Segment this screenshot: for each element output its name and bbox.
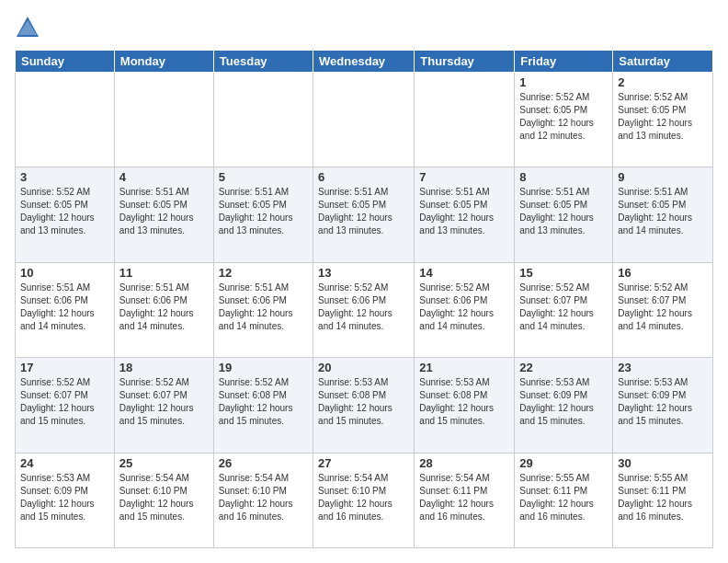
calendar-day-9: 9Sunrise: 5:51 AM Sunset: 6:05 PM Daylig… bbox=[613, 167, 713, 262]
calendar-day-21: 21Sunrise: 5:53 AM Sunset: 6:08 PM Dayli… bbox=[415, 358, 515, 453]
day-number: 15 bbox=[519, 266, 608, 280]
calendar-day-8: 8Sunrise: 5:51 AM Sunset: 6:05 PM Daylig… bbox=[515, 167, 613, 262]
calendar-day-16: 16Sunrise: 5:52 AM Sunset: 6:07 PM Dayli… bbox=[613, 262, 713, 357]
day-info: Sunrise: 5:55 AM Sunset: 6:11 PM Dayligh… bbox=[618, 472, 708, 523]
calendar-day-19: 19Sunrise: 5:52 AM Sunset: 6:08 PM Dayli… bbox=[213, 358, 313, 453]
empty-cell bbox=[415, 73, 515, 167]
day-number: 23 bbox=[618, 361, 708, 374]
calendar-day-27: 27Sunrise: 5:54 AM Sunset: 6:10 PM Dayli… bbox=[313, 453, 415, 547]
day-of-week-wednesday: Wednesday bbox=[313, 51, 415, 73]
day-info: Sunrise: 5:52 AM Sunset: 6:07 PM Dayligh… bbox=[119, 376, 209, 428]
day-number: 24 bbox=[20, 456, 109, 470]
day-info: Sunrise: 5:54 AM Sunset: 6:10 PM Dayligh… bbox=[119, 472, 209, 523]
day-info: Sunrise: 5:53 AM Sunset: 6:08 PM Dayligh… bbox=[419, 376, 509, 428]
empty-cell bbox=[16, 73, 115, 167]
day-number: 14 bbox=[419, 266, 509, 280]
day-info: Sunrise: 5:51 AM Sunset: 6:05 PM Dayligh… bbox=[419, 186, 509, 237]
logo bbox=[15, 15, 42, 40]
calendar-day-17: 17Sunrise: 5:52 AM Sunset: 6:07 PM Dayli… bbox=[16, 358, 115, 453]
day-info: Sunrise: 5:52 AM Sunset: 6:07 PM Dayligh… bbox=[20, 376, 109, 428]
calendar-day-26: 26Sunrise: 5:54 AM Sunset: 6:10 PM Dayli… bbox=[213, 453, 313, 547]
day-number: 17 bbox=[20, 361, 109, 374]
day-info: Sunrise: 5:54 AM Sunset: 6:11 PM Dayligh… bbox=[419, 472, 509, 523]
calendar-day-24: 24Sunrise: 5:53 AM Sunset: 6:09 PM Dayli… bbox=[16, 453, 115, 547]
day-number: 10 bbox=[20, 266, 109, 280]
day-info: Sunrise: 5:51 AM Sunset: 6:05 PM Dayligh… bbox=[219, 186, 308, 237]
day-info: Sunrise: 5:54 AM Sunset: 6:10 PM Dayligh… bbox=[318, 472, 409, 523]
day-number: 7 bbox=[419, 170, 509, 184]
empty-cell bbox=[213, 73, 313, 167]
calendar-day-2: 2Sunrise: 5:52 AM Sunset: 6:05 PM Daylig… bbox=[613, 73, 713, 167]
day-number: 18 bbox=[119, 361, 209, 374]
calendar-week-row: 1Sunrise: 5:52 AM Sunset: 6:05 PM Daylig… bbox=[16, 73, 713, 167]
day-number: 26 bbox=[219, 456, 308, 470]
day-info: Sunrise: 5:54 AM Sunset: 6:10 PM Dayligh… bbox=[219, 472, 308, 523]
day-of-week-sunday: Sunday bbox=[16, 51, 115, 73]
calendar-day-1: 1Sunrise: 5:52 AM Sunset: 6:05 PM Daylig… bbox=[515, 73, 613, 167]
calendar-day-18: 18Sunrise: 5:52 AM Sunset: 6:07 PM Dayli… bbox=[114, 358, 213, 453]
calendar-week-row: 17Sunrise: 5:52 AM Sunset: 6:07 PM Dayli… bbox=[16, 358, 713, 453]
calendar-day-3: 3Sunrise: 5:52 AM Sunset: 6:05 PM Daylig… bbox=[16, 167, 115, 262]
day-number: 11 bbox=[119, 266, 209, 280]
calendar-day-10: 10Sunrise: 5:51 AM Sunset: 6:06 PM Dayli… bbox=[16, 262, 115, 357]
day-of-week-tuesday: Tuesday bbox=[213, 51, 313, 73]
day-info: Sunrise: 5:51 AM Sunset: 6:06 PM Dayligh… bbox=[20, 282, 109, 333]
day-info: Sunrise: 5:52 AM Sunset: 6:08 PM Dayligh… bbox=[219, 376, 308, 428]
day-number: 20 bbox=[318, 361, 409, 374]
calendar-day-23: 23Sunrise: 5:53 AM Sunset: 6:09 PM Dayli… bbox=[613, 358, 713, 453]
day-info: Sunrise: 5:52 AM Sunset: 6:05 PM Dayligh… bbox=[519, 91, 608, 143]
calendar-week-row: 24Sunrise: 5:53 AM Sunset: 6:09 PM Dayli… bbox=[16, 453, 713, 547]
day-info: Sunrise: 5:53 AM Sunset: 6:09 PM Dayligh… bbox=[519, 376, 608, 428]
calendar-week-row: 3Sunrise: 5:52 AM Sunset: 6:05 PM Daylig… bbox=[16, 167, 713, 262]
day-of-week-friday: Friday bbox=[515, 51, 613, 73]
day-of-week-monday: Monday bbox=[114, 51, 213, 73]
calendar-day-5: 5Sunrise: 5:51 AM Sunset: 6:05 PM Daylig… bbox=[213, 167, 313, 262]
day-info: Sunrise: 5:52 AM Sunset: 6:06 PM Dayligh… bbox=[419, 282, 509, 333]
day-number: 22 bbox=[519, 361, 608, 374]
day-number: 19 bbox=[219, 361, 308, 374]
day-number: 12 bbox=[219, 266, 308, 280]
empty-cell bbox=[313, 73, 415, 167]
calendar-day-29: 29Sunrise: 5:55 AM Sunset: 6:11 PM Dayli… bbox=[515, 453, 613, 547]
day-info: Sunrise: 5:51 AM Sunset: 6:05 PM Dayligh… bbox=[318, 186, 409, 237]
calendar-day-14: 14Sunrise: 5:52 AM Sunset: 6:06 PM Dayli… bbox=[415, 262, 515, 357]
calendar-table: SundayMondayTuesdayWednesdayThursdayFrid… bbox=[15, 50, 713, 548]
day-number: 28 bbox=[419, 456, 509, 470]
day-info: Sunrise: 5:51 AM Sunset: 6:05 PM Dayligh… bbox=[519, 186, 608, 237]
day-of-week-saturday: Saturday bbox=[613, 51, 713, 73]
empty-cell bbox=[114, 73, 213, 167]
day-number: 4 bbox=[119, 170, 209, 184]
day-number: 9 bbox=[618, 170, 708, 184]
day-info: Sunrise: 5:51 AM Sunset: 6:06 PM Dayligh… bbox=[119, 282, 209, 333]
day-info: Sunrise: 5:53 AM Sunset: 6:09 PM Dayligh… bbox=[618, 376, 708, 428]
day-info: Sunrise: 5:53 AM Sunset: 6:09 PM Dayligh… bbox=[20, 472, 109, 523]
calendar-day-12: 12Sunrise: 5:51 AM Sunset: 6:06 PM Dayli… bbox=[213, 262, 313, 357]
svg-marker-1 bbox=[18, 20, 37, 35]
day-number: 27 bbox=[318, 456, 409, 470]
day-info: Sunrise: 5:52 AM Sunset: 6:07 PM Dayligh… bbox=[519, 282, 608, 333]
day-of-week-thursday: Thursday bbox=[415, 51, 515, 73]
day-number: 16 bbox=[618, 266, 708, 280]
calendar-day-25: 25Sunrise: 5:54 AM Sunset: 6:10 PM Dayli… bbox=[114, 453, 213, 547]
calendar-day-22: 22Sunrise: 5:53 AM Sunset: 6:09 PM Dayli… bbox=[515, 358, 613, 453]
logo-icon bbox=[15, 15, 40, 40]
day-info: Sunrise: 5:53 AM Sunset: 6:08 PM Dayligh… bbox=[318, 376, 409, 428]
calendar-day-13: 13Sunrise: 5:52 AM Sunset: 6:06 PM Dayli… bbox=[313, 262, 415, 357]
day-number: 25 bbox=[119, 456, 209, 470]
calendar-week-row: 10Sunrise: 5:51 AM Sunset: 6:06 PM Dayli… bbox=[16, 262, 713, 357]
day-info: Sunrise: 5:52 AM Sunset: 6:06 PM Dayligh… bbox=[318, 282, 409, 333]
day-number: 3 bbox=[20, 170, 109, 184]
calendar-day-6: 6Sunrise: 5:51 AM Sunset: 6:05 PM Daylig… bbox=[313, 167, 415, 262]
day-number: 29 bbox=[519, 456, 608, 470]
page: SundayMondayTuesdayWednesdayThursdayFrid… bbox=[0, 0, 728, 563]
calendar-day-30: 30Sunrise: 5:55 AM Sunset: 6:11 PM Dayli… bbox=[613, 453, 713, 547]
day-number: 5 bbox=[219, 170, 308, 184]
calendar-header-row: SundayMondayTuesdayWednesdayThursdayFrid… bbox=[16, 51, 713, 73]
day-number: 21 bbox=[419, 361, 509, 374]
day-info: Sunrise: 5:51 AM Sunset: 6:06 PM Dayligh… bbox=[219, 282, 308, 333]
day-info: Sunrise: 5:51 AM Sunset: 6:05 PM Dayligh… bbox=[119, 186, 209, 237]
calendar-day-4: 4Sunrise: 5:51 AM Sunset: 6:05 PM Daylig… bbox=[114, 167, 213, 262]
day-number: 6 bbox=[318, 170, 409, 184]
day-info: Sunrise: 5:52 AM Sunset: 6:05 PM Dayligh… bbox=[618, 91, 708, 143]
day-info: Sunrise: 5:52 AM Sunset: 6:07 PM Dayligh… bbox=[618, 282, 708, 333]
